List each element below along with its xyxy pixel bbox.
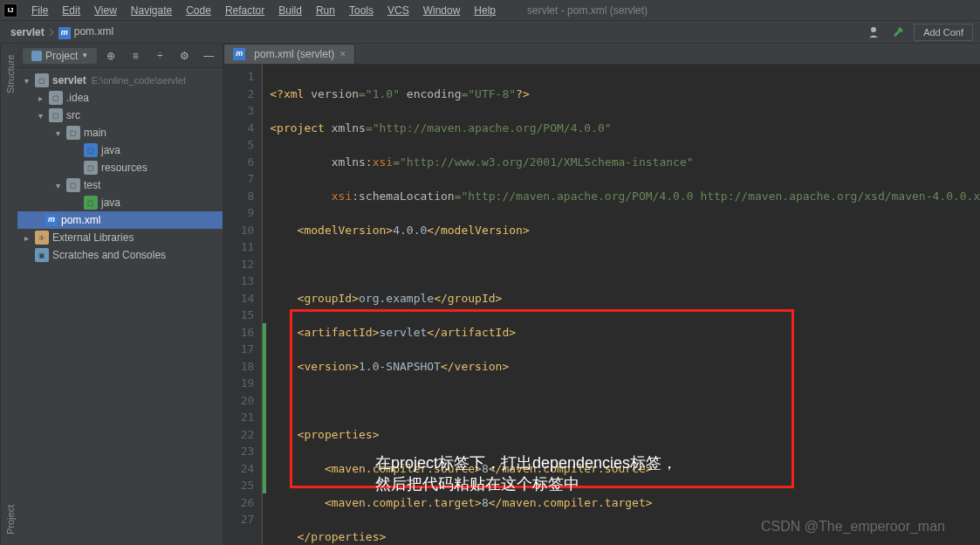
tool-structure-tab[interactable]: Structure: [3, 51, 16, 97]
tool-project-tab[interactable]: Project: [3, 501, 16, 538]
hide-icon[interactable]: —: [200, 47, 217, 65]
menu-file[interactable]: File: [24, 0, 55, 21]
chevron-down-icon: ▼: [81, 52, 88, 59]
folder-icon: ▢: [49, 108, 63, 122]
tree-test[interactable]: ▾▢test: [17, 176, 223, 194]
svg-rect-1: [31, 51, 42, 61]
user-icon[interactable]: [865, 24, 882, 41]
tree-resources[interactable]: ▢resources: [17, 159, 223, 176]
menu-window[interactable]: Window: [416, 0, 468, 21]
chevron-right-icon: [48, 29, 55, 36]
menu-edit[interactable]: Edit: [55, 0, 87, 21]
menu-vcs[interactable]: VCS: [380, 0, 416, 21]
tree-project-root[interactable]: ▾▢servletE:\online_code\servlet: [17, 72, 223, 89]
svg-point-0: [871, 27, 876, 32]
editor-body[interactable]: 1234567891011121314151617181920212223242…: [223, 65, 980, 545]
window-title: servlet - pom.xml (servlet): [527, 4, 648, 17]
project-icon: [31, 51, 42, 61]
menu-help[interactable]: Help: [467, 0, 503, 21]
line-gutter: 1234567891011121314151617181920212223242…: [223, 65, 262, 545]
library-icon: ⊪: [35, 231, 49, 245]
test-folder-icon: ▢: [84, 196, 98, 210]
app-logo: IJ: [3, 3, 17, 17]
tree-main[interactable]: ▾▢main: [17, 124, 223, 141]
left-tool-strip: Project Structure: [0, 44, 17, 545]
gear-icon[interactable]: ⚙: [175, 47, 193, 65]
tree-main-java[interactable]: ▢java: [17, 141, 223, 159]
menu-navigate[interactable]: Navigate: [124, 0, 179, 21]
maven-file-icon: m: [45, 214, 58, 226]
project-panel-header: Project ▼ ⊕ ≡ ÷ ⚙ —: [17, 44, 223, 68]
tree-test-java[interactable]: ▢java: [17, 194, 223, 211]
crumb-project[interactable]: servlet: [7, 26, 48, 38]
project-view-selector[interactable]: Project ▼: [23, 48, 97, 64]
collapse-icon[interactable]: ÷: [151, 47, 168, 65]
add-configuration-button[interactable]: Add Conf: [914, 24, 973, 41]
folder-icon: ▢: [35, 73, 49, 87]
editor-tabs: m pom.xml (servlet) ×: [223, 44, 980, 65]
maven-file-icon: m: [233, 48, 245, 60]
source-folder-icon: ▢: [84, 143, 98, 157]
tree-idea[interactable]: ▸▢.idea: [17, 89, 223, 107]
menu-code[interactable]: Code: [179, 0, 218, 21]
vcs-change-bar: [263, 323, 266, 493]
expand-icon[interactable]: ≡: [127, 47, 144, 65]
crumb-file[interactable]: mpom.xml: [55, 25, 117, 39]
tree-scratches[interactable]: ▣Scratches and Consoles: [17, 246, 223, 264]
tree-external-libs[interactable]: ▸⊪External Libraries: [17, 229, 223, 246]
resources-folder-icon: ▢: [84, 161, 98, 175]
nav-bar: servlet mpom.xml Add Conf: [0, 21, 980, 44]
menu-tools[interactable]: Tools: [342, 0, 380, 21]
main-menu-bar: IJ File Edit View Navigate Code Refactor…: [0, 0, 980, 21]
menu-build[interactable]: Build: [271, 0, 309, 21]
menu-refactor[interactable]: Refactor: [218, 0, 271, 21]
tree-src[interactable]: ▾▢src: [17, 107, 223, 124]
menu-run[interactable]: Run: [309, 0, 342, 21]
folder-icon: ▢: [66, 126, 80, 140]
project-tree: ▾▢servletE:\online_code\servlet ▸▢.idea …: [17, 68, 223, 267]
folder-icon: ▢: [66, 178, 80, 192]
folder-icon: ▢: [49, 91, 63, 105]
build-hammer-icon[interactable]: [889, 24, 907, 41]
project-tool-window: Project ▼ ⊕ ≡ ÷ ⚙ — ▾▢servletE:\online_c…: [17, 44, 223, 545]
close-icon[interactable]: ×: [339, 48, 346, 60]
editor-tab-pom[interactable]: m pom.xml (servlet) ×: [223, 44, 355, 64]
code-content[interactable]: <?xml version="1.0" encoding="UTF-8"?> <…: [262, 65, 980, 545]
maven-file-icon: m: [58, 27, 71, 39]
scratches-icon: ▣: [35, 248, 49, 262]
editor-area: m pom.xml (servlet) × 123456789101112131…: [223, 44, 980, 545]
locate-icon[interactable]: ⊕: [102, 47, 120, 65]
tree-pom[interactable]: mpom.xml: [17, 211, 223, 229]
menu-view[interactable]: View: [87, 0, 124, 21]
